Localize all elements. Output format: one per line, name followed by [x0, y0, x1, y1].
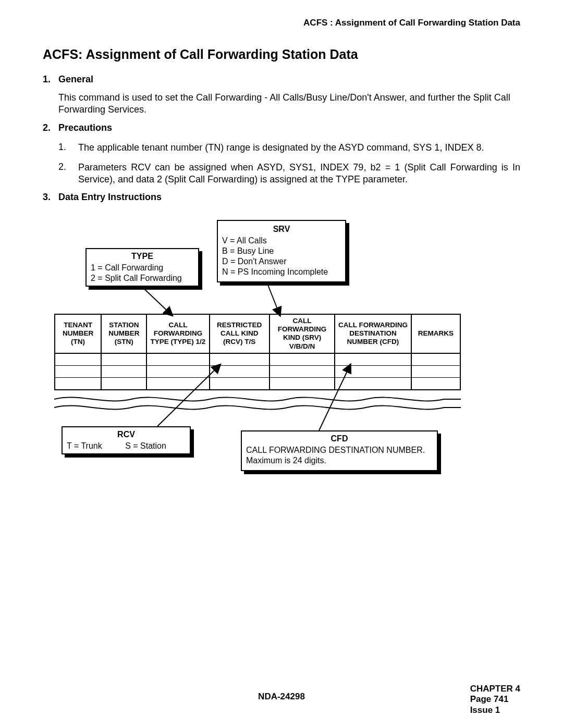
srv-line-3: D = Don't Answer — [222, 256, 341, 267]
precaution-1-text: The applicable tenant number (TN) range … — [78, 142, 520, 154]
th-srv: CALL FORWARDING KIND (SRV) V/B/D/N — [270, 314, 335, 353]
th-type: CALL FORWARDING TYPE (TYPE) 1/2 — [146, 314, 209, 353]
srv-callout-title: SRV — [222, 224, 341, 235]
table-row — [55, 353, 460, 366]
table-row — [55, 365, 460, 377]
cfd-line-2: Maximum is 24 digits. — [246, 455, 433, 466]
type-line-1: 1 = Call Forwarding — [91, 263, 194, 273]
precaution-2-text: Parameters RCV can be assigned when ASYD… — [78, 162, 520, 185]
svg-line-0 — [142, 287, 172, 315]
srv-line-2: B = Busy Line — [222, 246, 341, 256]
torn-edge-2 — [53, 400, 462, 416]
th-cfd: CALL FORWARDING DESTINATION NUMBER (CFD) — [335, 314, 411, 353]
cfd-callout-title: CFD — [246, 434, 433, 444]
rcv-callout-title: RCV — [67, 429, 186, 440]
section-2-num: 2. — [43, 122, 51, 133]
section-1-body: This command is used to set the Call For… — [58, 92, 520, 115]
rcv-callout: RCV T = Trunk S = Station — [62, 426, 191, 454]
table-header-row: TENANT NUMBER (TN) STATION NUMBER (STN) … — [55, 314, 460, 353]
running-head: ACFS : Assignment of Call Forwarding Sta… — [303, 18, 520, 28]
cfd-callout: CFD CALL FORWARDING DESTINATION NUMBER. … — [241, 430, 438, 471]
section-3-label: Data Entry Instructions — [58, 192, 162, 203]
rcv-line-1: T = Trunk S = Station — [67, 441, 186, 451]
footer-page: Page 741 — [470, 694, 520, 705]
section-2-label: Precautions — [58, 122, 112, 133]
type-line-2: 2 = Split Call Forwarding — [91, 273, 194, 283]
footer-issue: Issue 1 — [470, 705, 520, 715]
parameter-table: TENANT NUMBER (TN) STATION NUMBER (STN) … — [54, 314, 461, 390]
srv-line-1: V = All Calls — [222, 236, 341, 246]
th-tn: TENANT NUMBER (TN) — [55, 314, 101, 353]
th-remarks: REMARKS — [411, 314, 460, 353]
srv-line-4: N = PS Incoming Incomplete — [222, 267, 341, 277]
svg-line-1 — [267, 282, 280, 315]
th-stn: STATION NUMBER (STN) — [101, 314, 146, 353]
srv-callout: SRV V = All Calls B = Busy Line D = Don'… — [217, 220, 346, 282]
th-rcv: RESTRICTED CALL KIND (RCV) T/S — [210, 314, 270, 353]
table-row — [55, 377, 460, 390]
type-callout: TYPE 1 = Call Forwarding 2 = Split Call … — [85, 248, 199, 287]
section-1-num: 1. — [43, 74, 51, 85]
section-3-num: 3. — [43, 192, 51, 203]
type-callout-title: TYPE — [91, 251, 194, 262]
precaution-1-num: 1. — [58, 142, 66, 153]
section-1-label: General — [58, 74, 93, 85]
page: ACFS : Assignment of Call Forwarding Sta… — [0, 0, 563, 728]
cfd-line-1: CALL FORWARDING DESTINATION NUMBER. — [246, 445, 433, 455]
footer-chapter: CHAPTER 4 — [470, 684, 520, 694]
page-title: ACFS: Assignment of Call Forwarding Stat… — [43, 47, 358, 62]
footer-right: CHAPTER 4 Page 741 Issue 1 — [470, 684, 520, 715]
data-entry-diagram: SRV V = All Calls B = Busy Line D = Don'… — [43, 214, 520, 505]
precaution-2-num: 2. — [58, 162, 66, 172]
